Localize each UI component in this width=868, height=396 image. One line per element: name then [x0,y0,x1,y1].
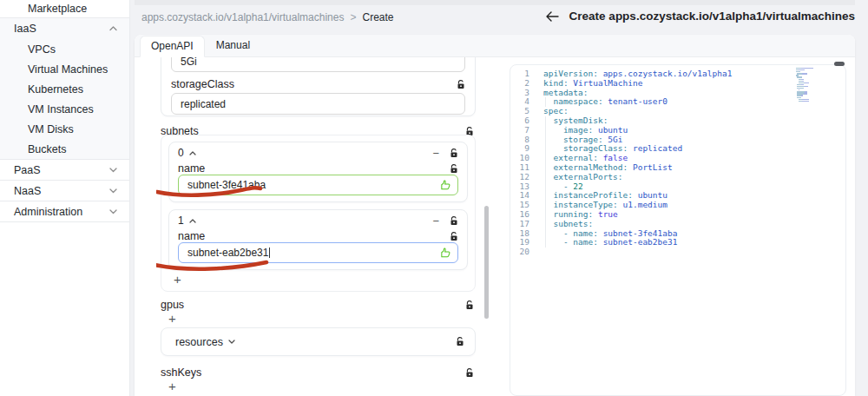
sidebar-group-iaas[interactable]: IaaS [0,18,129,39]
storage-input[interactable]: 5Gi [171,57,465,72]
tab-openapi[interactable]: OpenAPI [140,36,205,57]
form-scroll-area: 5Gi storageClass replicated subnets 0 [156,57,483,396]
chevron-up-icon [189,219,196,223]
lock-icon[interactable] [457,80,465,89]
lock-icon[interactable] [450,216,458,226]
systemdisk-group-card: 5Gi storageClass replicated [161,57,476,116]
chevron-down-icon [109,209,117,214]
code-line: 7 image: ubuntu [510,126,845,135]
sshkeys-label-row: sshKeys [161,366,474,379]
gpus-label: gpus [161,299,184,311]
resources-label: resources [175,336,223,348]
text-caret [269,248,270,258]
subnet-item-0-card: 0 − name subnet-3fe41aba [168,142,468,202]
add-gpu-button[interactable]: + [168,312,176,325]
back-arrow-icon[interactable] [545,11,559,22]
name-label: name [178,230,205,242]
lock-icon[interactable] [450,164,458,174]
add-sshkey-button[interactable]: + [168,380,176,393]
storageclass-input[interactable]: replicated [171,93,465,115]
editor-scrollbar-thumb[interactable] [834,62,845,66]
breadcrumb-current: Create [362,11,393,23]
chevron-down-icon [109,168,117,173]
yaml-editor[interactable]: 1apiVersion: apps.cozystack.io/v1alpha1 … [510,64,846,396]
name-label: name [178,162,205,175]
sidebar-group-administration[interactable]: Administration [0,201,129,222]
subnet-1-name-label-row: name [178,230,458,242]
subnets-array-wrapper: 0 − name subnet-3fe41aba [161,135,476,292]
sidebar-item-vm-disks[interactable]: VM Disks [0,119,129,139]
subnet-0-name-input[interactable]: subnet-3fe41aba [178,175,458,195]
breadcrumb-separator: > [350,11,356,23]
storageclass-label-row: storageClass [171,78,465,90]
code-line: 12 externalPorts: [510,173,845,182]
tab-bar: OpenAPI Manual [135,35,855,57]
form-scrollbar-thumb[interactable] [484,206,489,319]
thumbs-up-icon [440,180,451,191]
code-line: 2kind: VirtualMachine [510,79,845,89]
subnet-1-name-input[interactable]: subnet-eab2be31 [178,242,458,263]
sidebar-item-kubernetes[interactable]: Kubernetes [0,79,129,99]
code-lines: 1apiVersion: apps.cozystack.io/v1alpha1 … [510,69,845,257]
sidebar: Marketplace IaaS VPCs Virtual Machines K… [0,0,130,396]
sidebar-item-marketplace[interactable]: Marketplace [0,0,129,18]
tab-manual[interactable]: Manual [205,35,261,56]
chevron-up-icon [189,151,196,155]
lock-icon[interactable] [456,337,464,346]
sshkeys-label: sshKeys [161,366,201,379]
code-line: 17 subnets: [510,220,845,229]
lock-icon[interactable] [450,232,458,241]
add-subnet-button[interactable]: + [174,273,181,286]
breadcrumb-path[interactable]: apps.cozystack.io/v1alpha1/virtualmachin… [141,11,344,23]
thumbs-up-icon [440,248,451,259]
chevron-down-icon [109,188,117,194]
lock-icon[interactable] [450,148,458,158]
code-line: 19 - name: subnet-eab2be31 [510,238,845,248]
top-remnant-strip [135,0,855,5]
lock-icon[interactable] [465,300,474,310]
sidebar-item-buckets[interactable]: Buckets [0,139,129,159]
sidebar-item-vpcs[interactable]: VPCs [0,39,129,59]
storageclass-label: storageClass [171,78,234,90]
resources-card[interactable]: resources [161,327,476,356]
subnet-item-1-card: 1 − name subnet-eab2be31 [168,209,468,270]
chevron-down-icon [228,340,235,344]
sidebar-group-paas[interactable]: PaaS [0,160,129,181]
remove-item-button[interactable]: − [432,148,439,159]
lock-icon[interactable] [465,368,474,378]
chevron-up-icon [109,26,117,31]
subnet-0-name-label-row: name [178,162,458,175]
page-title: Create apps.cozystack.io/v1alpha1/virtua… [569,10,855,23]
sidebar-item-virtual-machines[interactable]: Virtual Machines [0,59,129,79]
sidebar-item-vm-instances[interactable]: VM Instances [0,99,129,119]
breadcrumb: apps.cozystack.io/v1alpha1/virtualmachin… [141,11,394,23]
subnet-item-0-header[interactable]: 0 [178,147,196,159]
subnet-item-1-header[interactable]: 1 [178,214,196,227]
gpus-label-row: gpus [161,299,474,311]
sidebar-group-iaas-block: IaaS VPCs Virtual Machines Kubernetes VM… [0,18,129,160]
remove-item-button[interactable]: − [432,215,439,227]
page-header: Create apps.cozystack.io/v1alpha1/virtua… [545,10,855,23]
sidebar-group-naas[interactable]: NaaS [0,181,129,201]
code-line: 20 [510,248,845,257]
